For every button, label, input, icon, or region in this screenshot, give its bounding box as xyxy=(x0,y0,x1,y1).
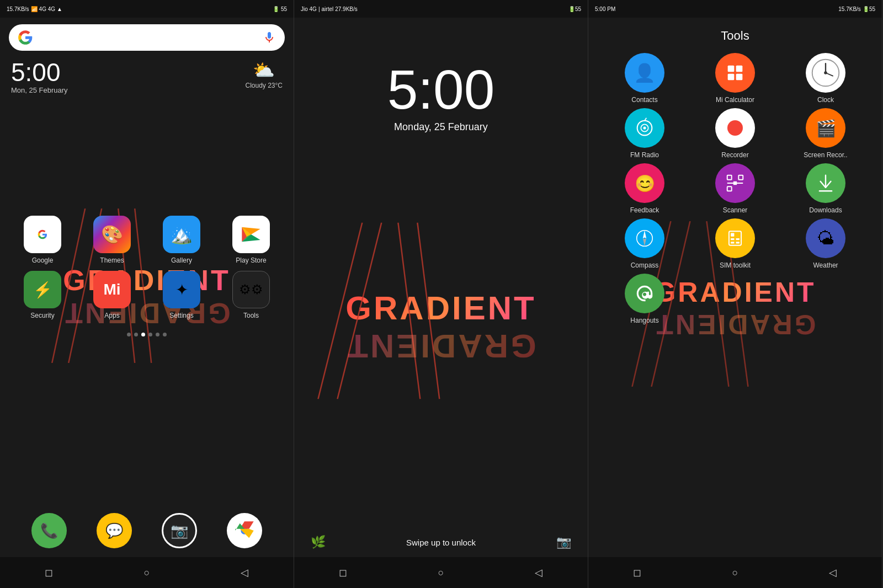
svg-line-10 xyxy=(398,223,420,399)
nav-back[interactable]: ◁ xyxy=(236,564,253,581)
svg-rect-16 xyxy=(728,66,735,72)
tool-clock[interactable]: Clock xyxy=(783,53,869,104)
status-bar-panel3: 5:00 PM 15.7KB/s 🔋55 xyxy=(588,0,882,18)
status-right-panel2: 🔋55 xyxy=(568,6,581,12)
lock-watermark-mirror: GRADIENT xyxy=(345,327,536,358)
tool-hangouts[interactable]: Hangouts xyxy=(602,274,688,324)
separator: | xyxy=(318,6,320,12)
tool-sim-toolkit[interactable]: SIM toolkit xyxy=(692,218,778,269)
carrier1: Jio 4G xyxy=(301,6,317,12)
speed-indicator: 15.7KB/s xyxy=(7,6,29,12)
tool-label-hangouts: Hangouts xyxy=(630,317,658,324)
tool-label-fm-radio: FM Radio xyxy=(630,151,659,159)
svg-rect-29 xyxy=(738,175,743,180)
app-gallery[interactable]: 🏔️ Gallery xyxy=(150,216,213,264)
svg-point-23 xyxy=(824,71,827,74)
dot-2 xyxy=(134,333,138,336)
play-store-icon xyxy=(232,216,270,253)
svg-line-8 xyxy=(318,223,362,399)
tool-label-downloads: Downloads xyxy=(809,206,842,214)
tool-screen-recorder[interactable]: 🎬 Screen Recor.. xyxy=(783,108,869,159)
tools-title: Tools xyxy=(588,29,882,43)
lock-screen-panel: Jio 4G | airtel 27.9KB/s 🔋55 5:00 Monday… xyxy=(294,0,588,588)
nav-circle-3[interactable]: ○ xyxy=(726,564,744,581)
status-bar-panel2: Jio 4G | airtel 27.9KB/s 🔋55 xyxy=(294,0,588,18)
tool-label-recorder: Recorder xyxy=(721,151,748,159)
lock-watermark-text: GRADIENT xyxy=(345,289,536,327)
scanner-icon xyxy=(715,163,755,203)
camera-shortcut-icon[interactable]: 📷 xyxy=(556,535,571,549)
tool-fm-radio[interactable]: FM Radio xyxy=(602,108,688,159)
app-themes[interactable]: 🎨 Themes xyxy=(81,216,143,264)
bottom-dock: 📞 💬 📷 xyxy=(0,506,294,555)
speed-panel3: 15.7KB/s xyxy=(838,6,861,12)
compass-icon xyxy=(625,218,664,258)
tool-contacts[interactable]: 👤 Contacts xyxy=(602,53,688,104)
carrier2: airtel xyxy=(322,6,334,12)
tools-grid: 👤 Contacts Mi Calculator xyxy=(588,49,882,329)
battery-panel3: 🔋55 xyxy=(863,6,875,12)
status-left-panel3: 5:00 PM xyxy=(595,6,615,12)
svg-point-26 xyxy=(643,127,646,130)
dock-phone[interactable]: 📞 xyxy=(31,513,67,548)
app-security[interactable]: ⚡ Security xyxy=(11,271,74,319)
app-tools[interactable]: ⚙⚙ Tools xyxy=(220,271,283,319)
dot-4 xyxy=(148,333,152,336)
svg-rect-28 xyxy=(727,175,732,180)
lock-time-display: 5:00 Monday, 25 February xyxy=(294,62,588,133)
app-label-settings: Settings xyxy=(169,312,193,319)
sim-toolkit-icon xyxy=(715,218,755,258)
downloads-icon xyxy=(806,163,845,203)
speed-panel2: 27.9KB/s xyxy=(335,6,358,12)
app-play-store[interactable]: Play Store xyxy=(220,216,283,264)
contacts-icon: 👤 xyxy=(625,53,664,93)
tool-downloads[interactable]: Downloads xyxy=(783,163,869,214)
dock-chrome[interactable] xyxy=(227,513,262,548)
app-label-gallery: Gallery xyxy=(171,256,192,264)
mic-icon[interactable] xyxy=(263,31,276,44)
tool-weather[interactable]: 🌤 Weather xyxy=(783,218,869,269)
lock-gradient-watermark: GRADIENT GRADIENT xyxy=(345,289,536,358)
svg-line-11 xyxy=(417,223,439,399)
nav-back-2[interactable]: ◁ xyxy=(530,564,547,581)
status-right-panel3: 15.7KB/s 🔋55 xyxy=(838,6,875,12)
tools-panel: 5:00 PM 15.7KB/s 🔋55 GRADIENT GRADIENT T… xyxy=(588,0,882,588)
app-google[interactable]: Google xyxy=(11,216,74,264)
search-bar[interactable] xyxy=(9,24,285,51)
battery-level: 55 xyxy=(281,6,287,12)
tool-compass[interactable]: Compass xyxy=(602,218,688,269)
dock-messages[interactable]: 💬 xyxy=(97,513,132,548)
lock-bottom-bar: 🌿 Swipe up to unlock 📷 xyxy=(294,535,588,549)
tool-feedback[interactable]: 😊 Feedback xyxy=(602,163,688,214)
tool-label-clock: Clock xyxy=(817,96,834,104)
tool-recorder[interactable]: Recorder xyxy=(692,108,778,159)
swipe-text: Swipe up to unlock xyxy=(326,538,556,547)
svg-rect-30 xyxy=(727,186,732,191)
svg-rect-18 xyxy=(728,74,735,81)
nav-back-3[interactable]: ◁ xyxy=(824,564,842,581)
svg-rect-41 xyxy=(731,242,734,243)
nav-circle[interactable]: ○ xyxy=(138,564,156,581)
feedback-icon: 😊 xyxy=(625,163,664,203)
time-panel3: 5:00 PM xyxy=(595,6,615,12)
app-mi[interactable]: Mi Apps xyxy=(81,271,143,319)
tool-label-screen-recorder: Screen Recor.. xyxy=(804,151,847,159)
lock-date: Monday, 25 February xyxy=(294,121,588,133)
nav-square[interactable]: ◻ xyxy=(40,564,58,581)
nav-square-3[interactable]: ◻ xyxy=(629,564,646,581)
tool-calculator[interactable]: Mi Calculator xyxy=(692,53,778,104)
dock-camera[interactable]: 📷 xyxy=(162,513,197,548)
svg-rect-40 xyxy=(731,238,734,240)
svg-rect-43 xyxy=(736,242,740,243)
dot-6 xyxy=(163,333,167,336)
battery-icon: 🔋 xyxy=(273,6,279,12)
app-grid: Google 🎨 Themes 🏔️ Gallery xyxy=(0,207,294,328)
status-bar-panel1: 15.7KB/s 📶 4G 4G ▲ 🔋 55 xyxy=(0,0,294,18)
hangouts-icon xyxy=(625,274,664,313)
chrome-icon xyxy=(227,513,262,548)
tool-scanner[interactable]: Scanner xyxy=(692,163,778,214)
nav-square-2[interactable]: ◻ xyxy=(334,564,352,581)
nav-circle-2[interactable]: ○ xyxy=(432,564,450,581)
app-settings[interactable]: ✦ Settings xyxy=(150,271,213,319)
weather-icon: ⛅ xyxy=(253,60,275,81)
